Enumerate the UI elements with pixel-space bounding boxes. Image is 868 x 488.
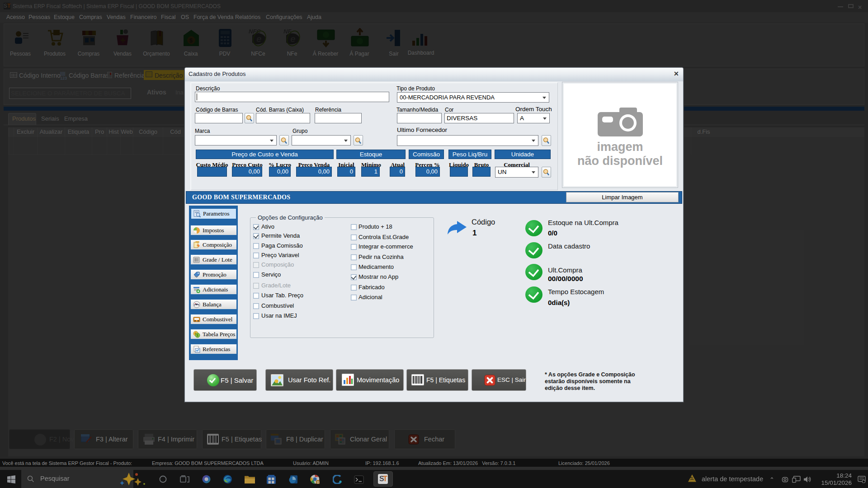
svg-text:$: $ — [197, 333, 198, 338]
svg-text:D: D — [317, 480, 320, 484]
